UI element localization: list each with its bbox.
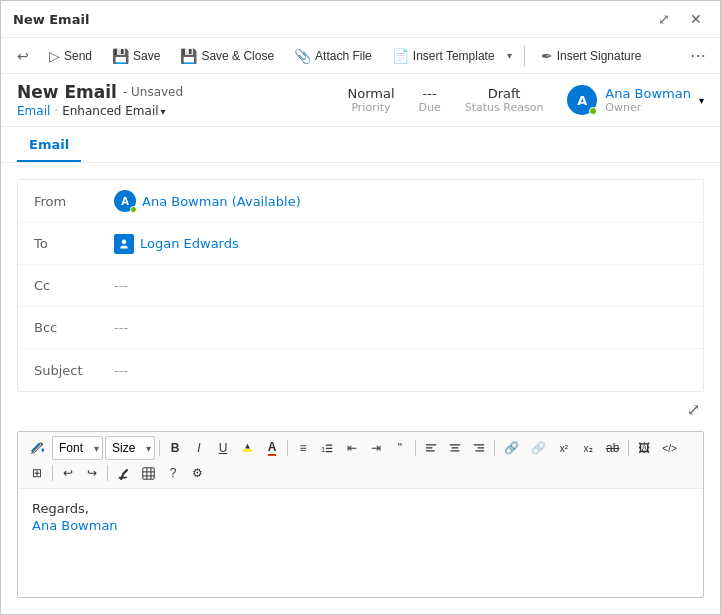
subject-value[interactable]: --- — [114, 363, 687, 378]
from-avatar-dot — [130, 206, 137, 213]
content-line2: Ana Bowman — [32, 518, 689, 533]
italic-button[interactable]: I — [188, 437, 210, 459]
decrease-indent-button[interactable]: ⇤ — [341, 437, 363, 459]
window-title: New Email — [13, 12, 89, 27]
avatar-online-dot — [589, 107, 597, 115]
owner-chevron-icon: ▾ — [699, 95, 704, 106]
numbered-list-button[interactable]: 1. — [316, 437, 339, 459]
source-code-button[interactable]: </> — [657, 437, 681, 459]
priority-field: Normal Priority — [347, 86, 394, 114]
table-button[interactable]: ⊞ — [26, 462, 48, 484]
svg-rect-12 — [478, 447, 485, 448]
close-button[interactable]: ✕ — [684, 9, 708, 29]
rte-divider-3 — [415, 440, 416, 456]
bcc-label: Bcc — [34, 320, 114, 335]
form-fields: From A Ana Bowman (Available) To — [17, 179, 704, 392]
record-name: New Email — [17, 82, 117, 102]
strikethrough-button[interactable]: ab — [601, 437, 624, 459]
superscript-button[interactable]: x² — [553, 437, 575, 459]
tab-email[interactable]: Email — [17, 127, 81, 162]
cc-label: Cc — [34, 278, 114, 293]
send-button[interactable]: ▷ Send — [41, 43, 100, 69]
insert-image-button[interactable]: 🖼 — [633, 437, 655, 459]
svg-text:1.: 1. — [321, 444, 327, 453]
expand-button[interactable]: ⤢ — [683, 396, 704, 423]
rte-divider-2 — [287, 440, 288, 456]
priority-label: Priority — [351, 101, 390, 114]
owner-name: Ana Bowman — [605, 86, 691, 101]
signature-icon: ✒ — [541, 48, 553, 64]
size-select[interactable]: Size — [105, 436, 155, 460]
bold-button[interactable]: B — [164, 437, 186, 459]
rte-content[interactable]: Regards, Ana Bowman — [18, 489, 703, 597]
send-icon: ▷ — [49, 48, 60, 64]
insert-template-split: 📄 Insert Template ▾ — [384, 43, 516, 69]
subscript-button[interactable]: x₂ — [577, 437, 599, 459]
svg-rect-4 — [326, 450, 333, 451]
breadcrumb-current[interactable]: Enhanced Email ▾ — [62, 104, 166, 118]
record-meta: Normal Priority --- Due Draft Status Rea… — [347, 85, 704, 115]
cc-value[interactable]: --- — [114, 278, 687, 293]
rte-paint-icon[interactable] — [26, 437, 50, 459]
align-left-button[interactable] — [420, 437, 442, 459]
align-right-button[interactable] — [468, 437, 490, 459]
from-label: From — [34, 194, 114, 209]
breadcrumb-parent[interactable]: Email — [17, 104, 50, 118]
to-label: To — [34, 236, 114, 251]
insert-signature-button[interactable]: ✒ Insert Signature — [533, 43, 650, 69]
undo-button[interactable]: ↩ — [57, 462, 79, 484]
to-value: Logan Edwards — [114, 234, 687, 254]
restore-button[interactable]: ⤢ — [652, 9, 676, 29]
bcc-value[interactable]: --- — [114, 320, 687, 335]
avatar: A — [567, 85, 597, 115]
bullet-list-button[interactable]: ≡ — [292, 437, 314, 459]
svg-rect-9 — [452, 447, 459, 448]
clear-format-button[interactable] — [112, 462, 135, 484]
font-select-wrap[interactable]: Font — [52, 436, 103, 460]
record-unsaved: - Unsaved — [123, 85, 183, 99]
window-controls: ⤢ ✕ — [652, 9, 708, 29]
toolbar-more-button[interactable]: ⋯ — [684, 42, 712, 69]
status-value: Draft — [488, 86, 521, 101]
cc-row: Cc --- — [18, 265, 703, 307]
due-field: --- Due — [419, 86, 441, 114]
expand-area: ⤢ — [17, 392, 704, 427]
blockquote-button[interactable]: " — [389, 437, 411, 459]
redo-button[interactable]: ↪ — [81, 462, 103, 484]
increase-indent-button[interactable]: ⇥ — [365, 437, 387, 459]
insert-table-grid-button[interactable] — [137, 462, 160, 484]
to-name[interactable]: Logan Edwards — [140, 236, 239, 251]
size-select-wrap[interactable]: Size — [105, 436, 155, 460]
save-close-button[interactable]: 💾 Save & Close — [172, 43, 282, 69]
link-button[interactable]: 🔗 — [499, 437, 524, 459]
align-center-button[interactable] — [444, 437, 466, 459]
insert-template-button[interactable]: 📄 Insert Template — [384, 43, 503, 69]
unlink-button[interactable]: 🔗 — [526, 437, 551, 459]
help-button[interactable]: ? — [162, 462, 184, 484]
attach-file-button[interactable]: 📎 Attach File — [286, 43, 380, 69]
rte-divider-7 — [107, 465, 108, 481]
svg-rect-8 — [450, 444, 461, 445]
subject-row: Subject --- — [18, 349, 703, 391]
save-button[interactable]: 💾 Save — [104, 43, 168, 69]
rte-divider-1 — [159, 440, 160, 456]
back-icon: ↩ — [17, 48, 29, 64]
priority-value: Normal — [347, 86, 394, 101]
highlight-button[interactable] — [236, 437, 259, 459]
svg-rect-2 — [326, 444, 333, 445]
owner-area[interactable]: A Ana Bowman Owner ▾ — [567, 85, 704, 115]
back-button[interactable]: ↩ — [9, 43, 37, 69]
main-toolbar: ↩ ▷ Send 💾 Save 💾 Save & Close 📎 Attach … — [1, 38, 720, 74]
font-select[interactable]: Font — [52, 436, 103, 460]
font-color-button[interactable]: A — [261, 437, 283, 459]
template-icon: 📄 — [392, 48, 409, 64]
from-name[interactable]: Ana Bowman (Available) — [142, 194, 301, 209]
underline-button[interactable]: U — [212, 437, 234, 459]
rte-divider-6 — [52, 465, 53, 481]
breadcrumb-sep: · — [54, 104, 58, 118]
settings-button[interactable]: ⚙ — [186, 462, 208, 484]
insert-template-dropdown[interactable]: ▾ — [503, 45, 516, 66]
svg-rect-0 — [243, 449, 253, 451]
svg-rect-13 — [475, 450, 484, 451]
rte-container: Font Size B I U — [17, 431, 704, 598]
